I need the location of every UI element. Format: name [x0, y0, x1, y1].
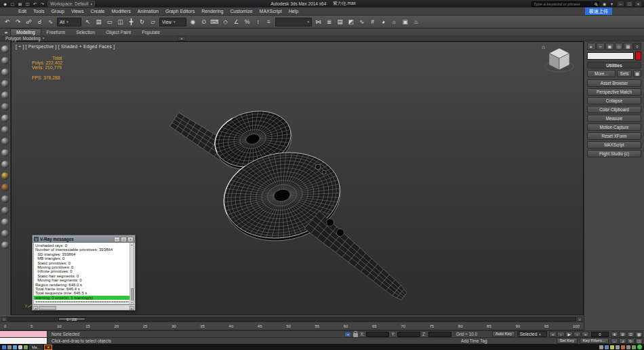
- ribbon-tool-icon[interactable]: [1, 126, 9, 134]
- tray-icon[interactable]: [626, 345, 630, 349]
- ribbon-tool-icon[interactable]: [1, 69, 9, 76]
- render-production-icon[interactable]: ♨: [411, 17, 421, 27]
- modify-tab-icon[interactable]: ≈: [597, 43, 605, 50]
- set-key-button[interactable]: Set Key: [557, 338, 578, 344]
- sign-in-icon[interactable]: ◉: [601, 1, 607, 7]
- menu-item[interactable]: Views: [68, 7, 87, 15]
- save-file-icon[interactable]: ◫: [24, 1, 31, 7]
- layer-manager-icon[interactable]: ▤: [335, 17, 345, 27]
- taskbar-alert-button[interactable]: ×: [44, 345, 52, 350]
- restore-button[interactable]: □: [626, 1, 633, 7]
- ribbon-tool-icon[interactable]: [1, 241, 9, 249]
- field-of-view-icon[interactable]: ⊿: [619, 338, 626, 344]
- x-coordinate-field[interactable]: [366, 332, 389, 337]
- menu-item[interactable]: Group: [47, 7, 67, 15]
- go-to-end-icon[interactable]: »: [582, 332, 589, 337]
- tray-icon[interactable]: [599, 345, 603, 349]
- menu-item[interactable]: Edit: [15, 7, 30, 15]
- quick-launch-icon[interactable]: [13, 345, 17, 349]
- ribbon-tool-icon[interactable]: [1, 138, 9, 145]
- menu-item-plugin[interactable]: 极速上传: [585, 7, 612, 15]
- graphite-icon[interactable]: ▰: [2, 29, 10, 35]
- select-object-icon[interactable]: ↖: [83, 17, 93, 27]
- open-file-icon[interactable]: ▤: [17, 1, 23, 7]
- menu-item[interactable]: Graph Editors: [162, 7, 198, 15]
- horizontal-scrollbar-thumb[interactable]: [39, 306, 56, 310]
- red-color-swatch[interactable]: [635, 52, 641, 60]
- reference-coordinate-dropdown[interactable]: View▾: [159, 18, 186, 26]
- select-and-rotate-icon[interactable]: ↻: [137, 17, 147, 27]
- time-slider-handle[interactable]: 0 / 100: [58, 317, 85, 321]
- utilities-tab-icon[interactable]: ◊: [633, 43, 642, 50]
- menu-item[interactable]: Rendering: [198, 7, 226, 15]
- viewcube[interactable]: [544, 45, 575, 75]
- ribbon-tab[interactable]: Freeform: [41, 28, 71, 35]
- dialog-restore-button[interactable]: □: [121, 237, 127, 242]
- search-input[interactable]: Type a keyword or phrase: [531, 1, 599, 7]
- tray-icon[interactable]: [610, 345, 614, 349]
- menu-item[interactable]: Modifiers: [108, 7, 134, 15]
- unlink-selection-icon[interactable]: ☌: [35, 17, 45, 27]
- vray-vertical-scrollbar[interactable]: ▴ ▾: [129, 243, 134, 304]
- more-utilities-button[interactable]: More...: [587, 70, 616, 77]
- ribbon-tool-icon[interactable]: [1, 92, 9, 99]
- render-setup-icon[interactable]: ☼: [389, 17, 399, 27]
- y-coordinate-field[interactable]: [397, 332, 420, 337]
- utility-button[interactable]: Collapse: [587, 97, 641, 104]
- quick-launch-icon[interactable]: [18, 345, 22, 349]
- bind-to-space-warp-icon[interactable]: ∿: [45, 17, 56, 27]
- window-crossing-icon[interactable]: ◫: [115, 17, 125, 27]
- menu-item[interactable]: Animation: [134, 7, 162, 15]
- ribbon-tool-icon[interactable]: [1, 184, 9, 191]
- sets-button[interactable]: Sets: [617, 70, 632, 77]
- redo-icon[interactable]: ↷: [39, 1, 45, 7]
- current-frame-field[interactable]: 0: [591, 332, 609, 337]
- utility-button[interactable]: Flight Studio (c): [587, 150, 641, 157]
- selection-filter-dropdown[interactable]: All▾: [57, 18, 81, 26]
- time-slider-track[interactable]: 0 / 100: [7, 317, 576, 322]
- ribbon-tool-icon[interactable]: [1, 207, 9, 214]
- angle-snap-icon[interactable]: ∠: [231, 17, 241, 27]
- scroll-down-icon[interactable]: ▾: [131, 300, 132, 304]
- percent-snap-icon[interactable]: %: [242, 17, 252, 27]
- undo-icon[interactable]: ↶: [32, 1, 38, 7]
- dialog-close-button[interactable]: ×: [127, 237, 134, 242]
- material-editor-icon[interactable]: ◕: [378, 17, 388, 27]
- ribbon-collapse-button[interactable]: ▴: [178, 36, 186, 41]
- ribbon-tool-icon[interactable]: [1, 103, 9, 111]
- select-and-move-icon[interactable]: ╋: [126, 17, 136, 27]
- menu-item[interactable]: MAXScript: [256, 7, 285, 15]
- use-pivot-point-center-icon[interactable]: ◉: [188, 17, 198, 27]
- tray-icon[interactable]: [621, 345, 625, 349]
- mirror-icon[interactable]: ⋈: [313, 17, 323, 27]
- workspace-dropdown[interactable]: Workspace: Default▾: [47, 1, 95, 7]
- close-button[interactable]: ×: [635, 1, 642, 7]
- select-by-name-icon[interactable]: ▤: [94, 17, 104, 27]
- selection-lock-icon[interactable]: [353, 333, 358, 337]
- menu-item[interactable]: Help: [285, 7, 302, 15]
- ribbon-tool-icon[interactable]: [1, 80, 9, 88]
- named-selection-sets-dropdown[interactable]: ▾: [275, 18, 312, 26]
- utility-button[interactable]: Color Clipboard: [587, 106, 641, 113]
- utility-button[interactable]: Motion Capture: [587, 123, 641, 131]
- key-mode-dropdown[interactable]: Selected▾: [517, 331, 547, 337]
- ribbon-tool-icon[interactable]: [1, 230, 9, 237]
- go-to-start-icon[interactable]: «: [549, 332, 557, 337]
- tray-icon[interactable]: [616, 345, 620, 349]
- utility-button[interactable]: MAXScript: [587, 141, 641, 149]
- rectangular-selection-region-icon[interactable]: ▭: [104, 17, 115, 27]
- ribbon-tab[interactable]: Populate: [136, 28, 165, 35]
- application-menu-icon[interactable]: ◆: [2, 1, 8, 7]
- polygon-modeling-panel-label[interactable]: Polygon Modeling: [5, 36, 41, 41]
- rendered-frame-window-icon[interactable]: ▣: [400, 17, 410, 27]
- zoom-all-icon[interactable]: ⊞: [619, 332, 626, 337]
- zoom-extents-icon[interactable]: ⊡: [627, 332, 635, 337]
- ribbon-tool-icon[interactable]: [1, 149, 9, 157]
- utility-button[interactable]: Reset XForm: [587, 132, 641, 140]
- ribbon-tab[interactable]: Modeling: [10, 28, 41, 35]
- search-icon[interactable]: [595, 3, 597, 5]
- quick-launch-icon[interactable]: [7, 345, 12, 349]
- menu-item[interactable]: Customize: [226, 7, 256, 15]
- select-and-manipulate-icon[interactable]: ⊙: [199, 17, 209, 27]
- vray-horizontal-scrollbar[interactable]: ◂ ▸: [33, 305, 135, 310]
